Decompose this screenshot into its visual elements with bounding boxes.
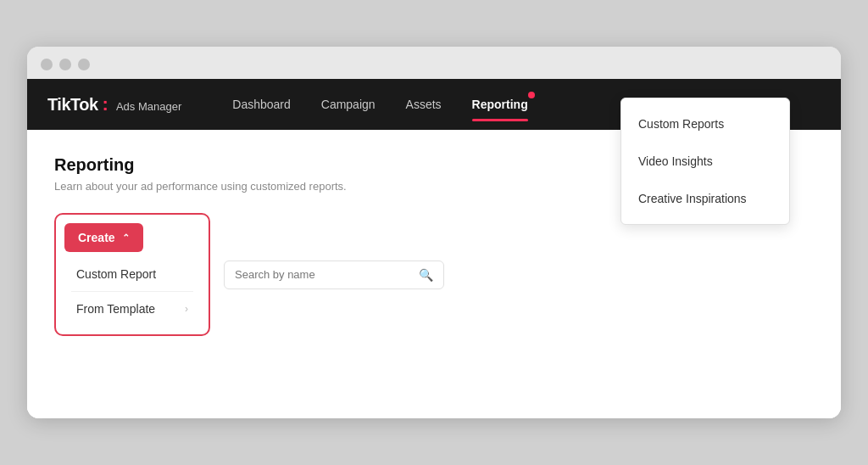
nav-link-dashboard[interactable]: Dashboard [232, 94, 291, 115]
brand-sub: Ads Manager [116, 100, 181, 113]
create-dropdown-item-custom-report[interactable]: Custom Report [64, 257, 200, 291]
create-dropdown-item-from-template[interactable]: From Template › [64, 292, 200, 326]
search-input[interactable] [235, 268, 419, 281]
dropdown-item-video-insights[interactable]: Video Insights [621, 143, 789, 180]
chevron-right-icon: › [185, 303, 188, 315]
dropdown-item-custom-reports[interactable]: Custom Reports [621, 105, 789, 143]
toolbar: Create ⌃ Custom Report From Template › [54, 213, 814, 336]
brand: TikTok : Ads Manager [47, 93, 181, 115]
nav-link-assets[interactable]: Assets [406, 94, 442, 115]
browser-chrome [27, 47, 841, 79]
traffic-light-close[interactable] [41, 59, 53, 70]
traffic-light-minimize[interactable] [59, 59, 71, 70]
browser-content: TikTok : Ads Manager Dashboard Campaign … [27, 79, 841, 418]
nav-links: Dashboard Campaign Assets Reporting [232, 94, 527, 115]
reporting-dropdown: Custom Reports Video Insights Creative I… [620, 98, 790, 225]
chevron-up-icon: ⌃ [122, 232, 130, 244]
brand-tiktok: TikTok [47, 95, 98, 115]
search-box: 🔍 [224, 261, 444, 289]
create-area: Create ⌃ Custom Report From Template › [54, 213, 210, 336]
search-icon: 🔍 [419, 268, 433, 282]
nav-link-campaign[interactable]: Campaign [321, 94, 376, 115]
browser-window: TikTok : Ads Manager Dashboard Campaign … [27, 47, 841, 418]
traffic-light-maximize[interactable] [78, 59, 90, 70]
brand-colon: : [103, 93, 108, 115]
create-button[interactable]: Create ⌃ [64, 223, 143, 252]
dropdown-item-creative-inspirations[interactable]: Creative Inspirations [621, 180, 789, 217]
reporting-notification-dot [528, 92, 535, 98]
create-dropdown: Custom Report From Template › [64, 257, 200, 326]
nav-link-reporting[interactable]: Reporting [472, 94, 528, 115]
